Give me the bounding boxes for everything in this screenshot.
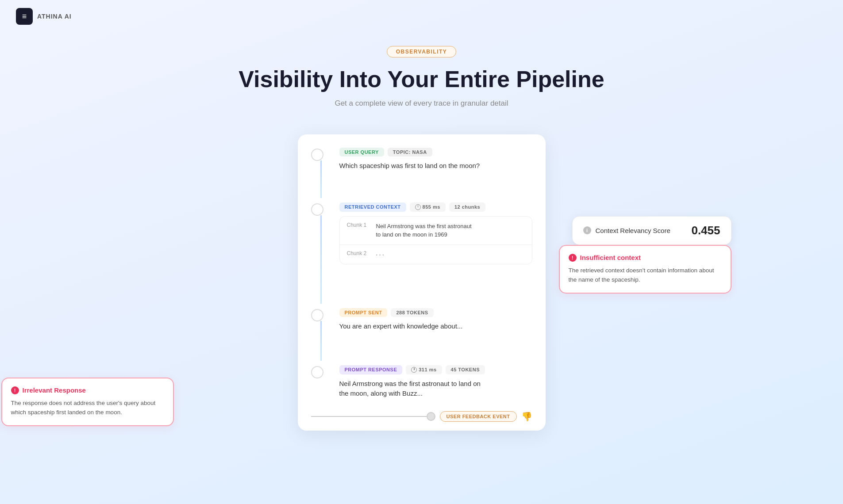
feedback-line [311, 416, 427, 417]
tag-topic-nasa: TOPIC: NASA [388, 148, 432, 157]
tag-time-retrieved: 855 ms [410, 202, 446, 212]
step-tags-retrieved: RETRIEVED CONTEXT 855 ms 12 chunks [339, 202, 532, 212]
tag-chunks: 12 chunks [449, 202, 485, 212]
tag-retrieved-context: RETRIEVED CONTEXT [339, 202, 406, 212]
chunk-row-1: Chunk 1 Neil Armstrong was the first ast… [340, 217, 532, 244]
step-content-prompt-sent: PROMPT SENT 288 TOKENS You are an expert… [339, 308, 532, 337]
score-card-label: Context Relevancy Score [596, 227, 687, 234]
insufficient-card-body: The retrieved context doesn't contain in… [569, 266, 722, 285]
chunk-row-2: Chunk 2 · · · [340, 244, 532, 264]
irrelevant-response-card: ! Irrelevant Response The response does … [1, 378, 174, 426]
feedback-thumb-icon: 👎 [521, 411, 532, 422]
chunk-text-1: Neil Armstrong was the first astronaut t… [376, 222, 472, 239]
clock-icon-2 [411, 367, 417, 373]
chunk-label-2: Chunk 2 [347, 250, 370, 256]
step-circle-2 [311, 203, 323, 216]
feedback-circle [427, 412, 435, 421]
user-feedback-event-row: USER FEEDBACK EVENT 👎 [298, 411, 546, 422]
irrelevant-card-title: ! Irrelevant Response [11, 386, 164, 394]
score-card-value: 0.455 [691, 224, 720, 237]
error-icon-insufficient: ! [569, 254, 577, 262]
hero-section: OBSERVABILITY Visibility Into Your Entir… [0, 33, 843, 126]
logo-icon: ≡ [16, 8, 33, 25]
feedback-badge: USER FEEDBACK EVENT [440, 411, 517, 422]
hero-title: Visibility Into Your Entire Pipeline [9, 66, 834, 93]
step-prompt-sent: PROMPT SENT 288 TOKENS You are an expert… [298, 308, 546, 361]
tag-prompt-sent: PROMPT SENT [339, 308, 388, 317]
tag-user-query: USER QUERY [339, 148, 384, 157]
chunk-label-1: Chunk 1 [347, 222, 370, 228]
step-tags-prompt-response: PROMPT RESPONSE 311 ms 45 TOKENS [339, 365, 532, 374]
step-prompt-response: PROMPT RESPONSE 311 ms 45 TOKENS Neil Ar… [298, 365, 546, 404]
tag-tokens-prompt-sent: 288 TOKENS [391, 308, 433, 317]
step-retrieved-context: RETRIEVED CONTEXT 855 ms 12 chunks Chunk… [298, 202, 546, 304]
insufficient-card-title: ! Insufficient context [569, 254, 722, 262]
chunks-container: Chunk 1 Neil Armstrong was the first ast… [339, 216, 532, 265]
insufficient-context-card: ! Insufficient context The retrieved con… [559, 245, 731, 294]
step-circle-4 [311, 366, 323, 378]
brand-name: ATHINA AI [37, 13, 72, 20]
step-circle-1 [311, 149, 323, 161]
step-user-query: USER QUERY TOPIC: NASA Which spaceship w… [298, 148, 546, 198]
error-icon-irrelevant: ! [11, 386, 19, 394]
score-card: i Context Relevancy Score 0.455 [572, 216, 731, 245]
main-content: USER QUERY TOPIC: NASA Which spaceship w… [0, 126, 843, 439]
user-query-text: Which spaceship was first to land on the… [339, 161, 532, 171]
info-icon-score: i [583, 226, 591, 234]
tag-prompt-response: PROMPT RESPONSE [339, 365, 403, 374]
step-tags-user-query: USER QUERY TOPIC: NASA [339, 148, 532, 157]
step-circle-3 [311, 309, 323, 321]
step-content-retrieved-context: RETRIEVED CONTEXT 855 ms 12 chunks Chunk… [339, 202, 532, 269]
step-content-user-query: USER QUERY TOPIC: NASA Which spaceship w… [339, 148, 532, 176]
clock-icon-1 [415, 204, 421, 210]
prompt-sent-text: You are an expert with knowledge about..… [339, 321, 532, 332]
prompt-response-text: Neil Armstrong was the first astronaut t… [339, 379, 532, 399]
tag-tokens-response: 45 TOKENS [446, 365, 485, 374]
observability-badge: OBSERVABILITY [387, 46, 457, 57]
tag-time-response: 311 ms [406, 365, 442, 374]
logo: ≡ ATHINA AI [16, 8, 72, 25]
step-content-prompt-response: PROMPT RESPONSE 311 ms 45 TOKENS Neil Ar… [339, 365, 532, 404]
irrelevant-card-body: The response does not address the user's… [11, 399, 164, 417]
top-nav: ≡ ATHINA AI [0, 0, 843, 33]
step-tags-prompt-sent: PROMPT SENT 288 TOKENS [339, 308, 532, 317]
chunk-text-2: · · · [376, 250, 384, 259]
hero-subtitle: Get a complete view of every trace in gr… [9, 99, 834, 108]
pipeline-card: USER QUERY TOPIC: NASA Which spaceship w… [298, 134, 546, 431]
